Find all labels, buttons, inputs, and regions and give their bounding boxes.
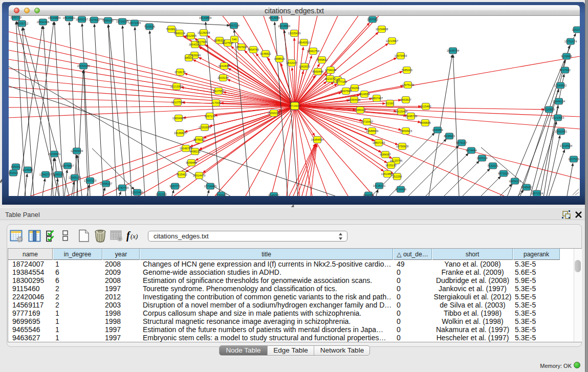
- svg-text:16671355: 16671355: [128, 21, 141, 25]
- svg-text:19384554: 19384554: [311, 138, 323, 141]
- svg-text:16543362: 16543362: [189, 43, 201, 46]
- svg-text:9099489: 9099489: [186, 161, 197, 164]
- svg-text:1692352: 1692352: [156, 193, 166, 196]
- svg-text:10025458: 10025458: [395, 110, 407, 113]
- svg-text:13524851: 13524851: [381, 172, 394, 176]
- svg-text:2087682: 2087682: [367, 18, 378, 21]
- svg-text:7357224: 7357224: [228, 24, 239, 27]
- svg-text:10958107: 10958107: [100, 182, 112, 185]
- svg-text:10210643: 10210643: [552, 116, 564, 119]
- svg-text:15495796: 15495796: [405, 115, 417, 118]
- svg-text:9245652: 9245652: [521, 186, 532, 189]
- svg-text:1621072: 1621072: [324, 77, 335, 80]
- svg-text:7625402: 7625402: [176, 173, 187, 176]
- svg-text:98901: 98901: [185, 56, 192, 59]
- svg-text:20364436: 20364436: [348, 98, 360, 101]
- svg-text:12093832: 12093832: [554, 84, 567, 87]
- svg-text:20206501: 20206501: [48, 152, 60, 156]
- svg-text:18640910: 18640910: [298, 41, 310, 44]
- svg-text:2718176: 2718176: [175, 71, 185, 74]
- svg-text:3267130: 3267130: [204, 115, 215, 118]
- svg-text:12923446: 12923446: [131, 191, 143, 194]
- svg-text:15300215: 15300215: [268, 112, 280, 115]
- svg-text:(x): (x): [130, 232, 138, 240]
- svg-text:10653267: 10653267: [76, 18, 88, 21]
- svg-text:12213309: 12213309: [170, 85, 183, 88]
- svg-text:1588520: 1588520: [274, 57, 285, 60]
- svg-text:15615661: 15615661: [63, 16, 75, 19]
- svg-text:15751074: 15751074: [564, 40, 577, 43]
- svg-text:12213967: 12213967: [386, 39, 398, 42]
- svg-text:20991406: 20991406: [37, 20, 49, 24]
- svg-text:7663822: 7663822: [166, 28, 177, 31]
- svg-text:2935114: 2935114: [476, 157, 487, 160]
- svg-text:6879197: 6879197: [456, 141, 467, 144]
- svg-text:19033809: 19033809: [48, 16, 60, 19]
- svg-text:7485063: 7485063: [401, 69, 412, 72]
- svg-text:16107553: 16107553: [171, 101, 184, 104]
- svg-text:16033809: 16033809: [199, 16, 211, 19]
- svg-text:9227342: 9227342: [559, 69, 570, 72]
- svg-text:7955812: 7955812: [316, 58, 327, 61]
- svg-text:7386322: 7386322: [355, 108, 365, 112]
- svg-text:6794028: 6794028: [325, 69, 336, 72]
- svg-text:14136141: 14136141: [373, 184, 385, 187]
- svg-text:1615132: 1615132: [385, 164, 396, 167]
- svg-text:9245052: 9245052: [268, 194, 279, 196]
- svg-text:2867608: 2867608: [236, 46, 247, 49]
- svg-text:12975135: 12975135: [402, 83, 414, 86]
- svg-text:19654923: 19654923: [400, 129, 412, 133]
- svg-text:546: 546: [232, 38, 236, 41]
- svg-text:252254: 252254: [393, 175, 402, 178]
- svg-text:9242848: 9242848: [219, 64, 229, 68]
- svg-text:12505135: 12505135: [69, 176, 81, 179]
- svg-text:9777169: 9777169: [336, 80, 346, 83]
- svg-text:1151074: 1151074: [572, 28, 580, 31]
- svg-text:15692901: 15692901: [555, 130, 567, 133]
- svg-text:1215958: 1215958: [543, 108, 554, 111]
- svg-text:10654112: 10654112: [509, 180, 521, 183]
- svg-text:12942737: 12942737: [39, 173, 52, 176]
- svg-text:13325419: 13325419: [288, 32, 300, 35]
- svg-text:8938923: 8938923: [444, 135, 454, 138]
- svg-text:1692452: 1692452: [363, 193, 374, 196]
- svg-text:15716485: 15716485: [204, 185, 216, 188]
- svg-text:1362635: 1362635: [299, 65, 310, 68]
- svg-text:14055712: 14055712: [16, 22, 28, 25]
- svg-text:317006: 317006: [211, 101, 221, 104]
- svg-text:20053346: 20053346: [77, 64, 90, 68]
- svg-text:10975867: 10975867: [61, 164, 74, 167]
- svg-text:8960124: 8960124: [174, 32, 185, 35]
- svg-text:12359934: 12359934: [71, 149, 83, 152]
- svg-text:19166825: 19166825: [174, 132, 186, 135]
- svg-text:10756928: 10756928: [396, 145, 408, 148]
- svg-text:8471626: 8471626: [498, 172, 509, 175]
- svg-text:835001: 835001: [11, 165, 20, 168]
- svg-text:1145197: 1145197: [53, 173, 63, 176]
- svg-text:8813054: 8813054: [269, 16, 279, 19]
- svg-text:17016504: 17016504: [560, 144, 572, 147]
- svg-text:8990448: 8990448: [312, 70, 323, 73]
- svg-text:2055713: 2055713: [10, 16, 21, 19]
- svg-text:1115682: 1115682: [23, 168, 33, 171]
- svg-text:10688609: 10688609: [366, 129, 378, 133]
- svg-text:10871524: 10871524: [531, 192, 543, 195]
- svg-text:9146821: 9146821: [260, 52, 271, 55]
- svg-text:7632621: 7632621: [487, 164, 498, 167]
- svg-text:2603144: 2603144: [217, 76, 228, 79]
- svg-text:6966160: 6966160: [102, 19, 113, 22]
- svg-text:4498222: 4498222: [189, 150, 200, 153]
- svg-text:12353594: 12353594: [199, 126, 211, 129]
- svg-text:16914479: 16914479: [193, 174, 205, 177]
- svg-text:9115460: 9115460: [420, 105, 431, 108]
- svg-text:1640954: 1640954: [432, 128, 443, 132]
- svg-text:9084067: 9084067: [380, 153, 390, 156]
- svg-text:8454749: 8454749: [248, 48, 258, 51]
- svg-text:8878332: 8878332: [193, 138, 204, 141]
- svg-text:10973493: 10973493: [395, 54, 407, 57]
- svg-text:12444134: 12444134: [553, 100, 565, 103]
- svg-text:1527602: 1527602: [89, 18, 99, 21]
- svg-text:8912954: 8912954: [185, 34, 196, 37]
- svg-text:3624554: 3624554: [359, 93, 369, 96]
- svg-text:18807249: 18807249: [373, 141, 385, 144]
